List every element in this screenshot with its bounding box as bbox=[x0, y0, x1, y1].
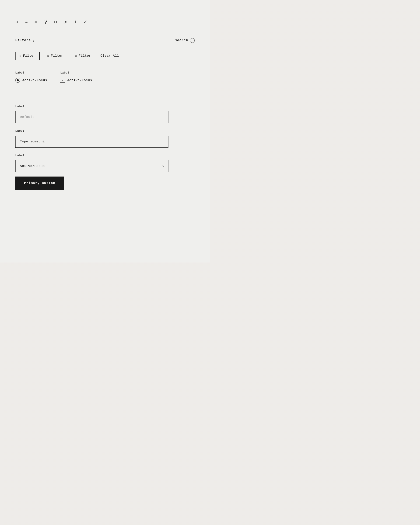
sliders-icon[interactable]: ⊟ bbox=[54, 20, 57, 25]
menu-icon[interactable]: ≡ bbox=[25, 20, 27, 25]
section-divider bbox=[15, 94, 195, 94]
close-icon[interactable]: ✕ bbox=[34, 20, 37, 25]
plus-icon[interactable]: + bbox=[74, 20, 77, 25]
field-group-2: Label bbox=[15, 129, 195, 148]
field-2-label: Label bbox=[15, 129, 195, 132]
filters-dropdown-button[interactable]: Filters ∨ bbox=[15, 38, 34, 42]
filter-chip-2[interactable]: ✕ Filter bbox=[43, 52, 67, 60]
filters-bar: Filters ∨ Search bbox=[15, 38, 195, 43]
field-3-label: Label bbox=[15, 154, 195, 157]
chip-label: Filter bbox=[79, 54, 91, 58]
checkbox-option[interactable]: ✓ Active/Focus bbox=[60, 78, 92, 83]
primary-button[interactable]: Primary Button bbox=[15, 177, 64, 190]
search-circle-icon bbox=[190, 38, 195, 43]
chip-close-icon: ✕ bbox=[75, 54, 77, 58]
chip-label: Filter bbox=[51, 54, 63, 58]
field-2-input[interactable] bbox=[15, 136, 168, 148]
field-group-1: Label bbox=[15, 105, 195, 123]
field-1-label: Label bbox=[15, 105, 195, 108]
chip-close-icon: ✕ bbox=[47, 54, 49, 58]
chevron-down-icon[interactable]: ∨ bbox=[44, 20, 47, 25]
clear-all-button[interactable]: Clear All bbox=[99, 52, 121, 60]
filter-chip-3[interactable]: ✕ Filter bbox=[71, 52, 95, 60]
field-3-select[interactable]: Active/Focus Option 1 Option 2 bbox=[15, 160, 168, 172]
filters-chevron-icon: ∨ bbox=[33, 39, 34, 42]
search-icon[interactable]: ○ bbox=[15, 20, 18, 25]
check-icon[interactable]: ✓ bbox=[84, 20, 87, 25]
filters-label: Filters bbox=[15, 38, 31, 42]
radio-inner-dot bbox=[17, 79, 19, 81]
field-1-input[interactable] bbox=[15, 111, 168, 123]
arrow-ne-icon[interactable]: ↗ bbox=[64, 20, 67, 25]
page-container: ○ ≡ ✕ ∨ ⊟ ↗ + ✓ Filters ∨ Search ✕ Filte… bbox=[0, 0, 210, 262]
checkbox-group: Label ✓ Active/Focus bbox=[60, 71, 92, 83]
checkbox-option-label: Active/Focus bbox=[67, 79, 92, 82]
checkbox-label: Label bbox=[60, 71, 92, 74]
icon-row: ○ ≡ ✕ ∨ ⊟ ↗ + ✓ bbox=[15, 20, 195, 25]
checkbox[interactable]: ✓ bbox=[60, 78, 65, 83]
select-wrapper: Active/Focus Option 1 Option 2 ∨ bbox=[15, 160, 168, 172]
chip-label: Filter bbox=[23, 54, 36, 58]
radio-group: Label Active/Focus bbox=[15, 71, 47, 83]
radio-checkbox-row: Label Active/Focus Label ✓ Active/Focus bbox=[15, 71, 195, 83]
radio-option-label: Active/Focus bbox=[22, 79, 47, 82]
search-button[interactable]: Search bbox=[175, 38, 195, 43]
radio-button[interactable] bbox=[15, 78, 20, 83]
chip-close-icon: ✕ bbox=[19, 54, 21, 58]
search-label: Search bbox=[175, 38, 188, 42]
filter-chips-row: ✕ Filter ✕ Filter ✕ Filter Clear All bbox=[15, 52, 195, 60]
radio-option[interactable]: Active/Focus bbox=[15, 78, 47, 83]
radio-label: Label bbox=[15, 71, 47, 74]
filter-chip-1[interactable]: ✕ Filter bbox=[15, 52, 40, 60]
field-group-3: Label Active/Focus Option 1 Option 2 ∨ bbox=[15, 154, 195, 172]
form-fields-section: Label Label Label Active/Focus Option 1 … bbox=[15, 105, 195, 172]
